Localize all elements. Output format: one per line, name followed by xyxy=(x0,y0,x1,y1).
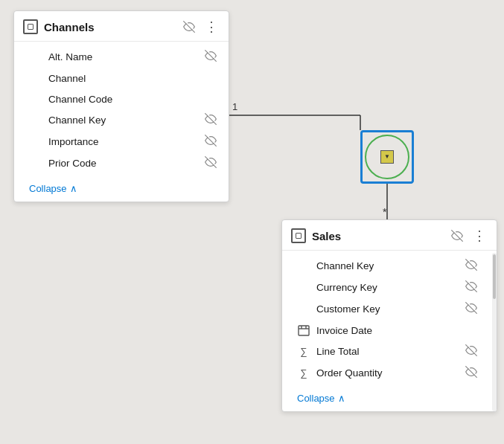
sales-card: Sales ⋮ Channel Key xyxy=(281,219,497,412)
sales-more-icon[interactable]: ⋮ xyxy=(471,228,488,244)
channels-visibility-icon[interactable] xyxy=(181,19,197,35)
svg-text:1: 1 xyxy=(232,101,237,112)
channel-code-label: Channel Code xyxy=(48,94,217,105)
channels-more-icon[interactable]: ⋮ xyxy=(203,19,220,35)
channel-label: Channel xyxy=(48,73,217,84)
line-total-visibility-icon[interactable] xyxy=(465,344,477,358)
sales-title: Sales xyxy=(312,230,443,242)
field-row-channel-code: Channel Code xyxy=(14,89,229,109)
currency-key-label: Currency Key xyxy=(316,282,459,293)
alt-name-visibility-icon[interactable] xyxy=(205,50,217,64)
channels-field-list: Alt. Name Channel Channel Code Channel K… xyxy=(14,42,229,178)
invoice-date-table-icon xyxy=(297,324,310,336)
field-row-invoice-date: Invoice Date xyxy=(282,320,489,341)
field-row-prior-code: Prior Code xyxy=(14,152,229,174)
svg-text:*: * xyxy=(383,206,387,218)
sales-header-actions: ⋮ xyxy=(449,228,488,244)
alt-name-label: Alt. Name xyxy=(48,51,199,62)
sales-table-icon xyxy=(291,228,306,243)
channel-key-label: Channel Key xyxy=(48,115,199,126)
importance-label: Importance xyxy=(48,136,199,147)
field-row-channel: Channel xyxy=(14,68,229,89)
field-row-customer-key: Customer Key xyxy=(282,298,489,320)
sales-scrollbar-track[interactable] xyxy=(492,253,497,411)
field-row-importance: Importance xyxy=(14,131,229,152)
customer-key-visibility-icon[interactable] xyxy=(465,302,477,316)
field-row-order-quantity: ∑ Order Quantity xyxy=(282,362,489,384)
sales-scrollbar-thumb xyxy=(493,254,496,299)
channels-chevron-up-icon xyxy=(70,183,77,194)
channel-key-visibility-icon[interactable] xyxy=(205,113,217,127)
currency-key-visibility-icon[interactable] xyxy=(465,280,477,295)
sales-channel-key-label: Channel Key xyxy=(316,260,459,271)
importance-visibility-icon[interactable] xyxy=(205,135,217,149)
line-total-label: Line Total xyxy=(316,346,459,357)
prior-code-label: Prior Code xyxy=(48,158,199,169)
channels-title: Channels xyxy=(44,21,175,33)
order-quantity-visibility-icon[interactable] xyxy=(465,366,477,380)
join-inner-square xyxy=(380,150,394,164)
field-row-line-total: ∑ Line Total xyxy=(282,341,489,362)
order-quantity-sigma-icon: ∑ xyxy=(297,367,310,379)
customer-key-label: Customer Key xyxy=(316,303,459,315)
field-row-alt-name: Alt. Name xyxy=(14,46,229,68)
join-symbol[interactable] xyxy=(360,130,414,184)
invoice-date-label: Invoice Date xyxy=(316,325,477,336)
svg-rect-14 xyxy=(299,326,309,335)
sales-visibility-icon[interactable] xyxy=(449,228,465,244)
channels-collapse-button[interactable]: Collapse xyxy=(14,178,229,202)
channels-header-actions: ⋮ xyxy=(181,19,220,35)
order-quantity-label: Order Quantity xyxy=(316,367,459,379)
sales-field-list: Channel Key Currency Key xyxy=(282,251,497,388)
channels-card-header: Channels ⋮ xyxy=(14,11,229,42)
field-row-currency-key: Currency Key xyxy=(282,277,489,298)
field-row-sales-channel-key: Channel Key xyxy=(282,255,489,277)
field-row-channel-key: Channel Key xyxy=(14,109,229,131)
prior-code-visibility-icon[interactable] xyxy=(205,156,217,170)
sales-collapse-button[interactable]: Collapse xyxy=(282,388,497,411)
sales-chevron-up-icon xyxy=(338,393,345,404)
sales-card-header: Sales ⋮ xyxy=(282,220,497,251)
line-total-sigma-icon: ∑ xyxy=(297,346,310,357)
sales-channel-key-visibility-icon[interactable] xyxy=(465,259,477,273)
channels-table-icon xyxy=(23,19,38,34)
channels-card: Channels ⋮ Alt. Name xyxy=(13,10,229,202)
